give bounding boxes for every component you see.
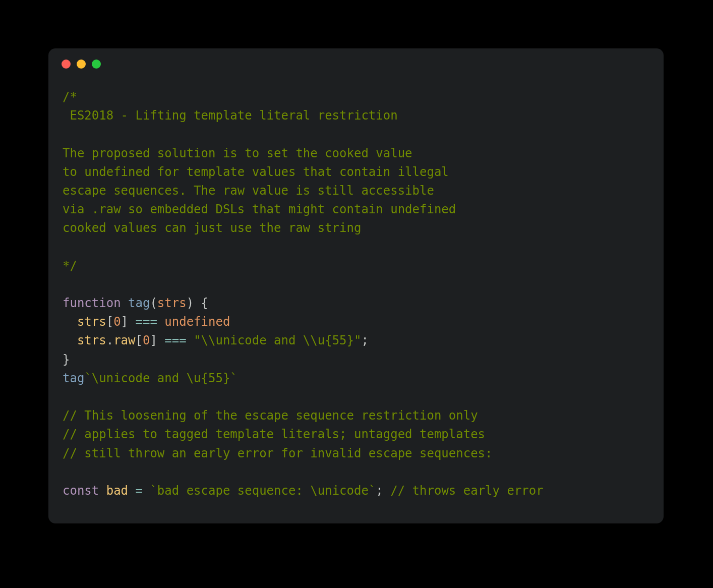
brace-close: } xyxy=(63,352,70,367)
bracket-close-1: ] xyxy=(121,315,128,329)
ident-strs-2: strs xyxy=(77,333,106,347)
keyword-const: const xyxy=(63,484,99,498)
op-strict-eq-2: === xyxy=(157,333,194,347)
bracket-open-1: [ xyxy=(106,315,113,329)
template-literal-bad: `bad escape sequence: \unicode` xyxy=(150,484,376,498)
paren-close: ) xyxy=(187,296,194,310)
code-window: /* ES2018 - Lifting template literal res… xyxy=(48,48,664,523)
number-0-a: 0 xyxy=(113,315,121,329)
traffic-light-minimize-icon[interactable] xyxy=(77,60,86,69)
function-name-tag: tag xyxy=(128,296,150,310)
param-strs: strs xyxy=(157,296,187,310)
bracket-open-2: [ xyxy=(136,333,143,347)
string-raw-unicode: "\\unicode and \\u{55}" xyxy=(194,333,361,347)
op-assign: = xyxy=(128,484,150,498)
semicolon-1: ; xyxy=(361,333,368,347)
traffic-light-zoom-icon[interactable] xyxy=(92,60,101,69)
trailing-comment: // throws early error xyxy=(383,484,544,498)
block-comment: /* ES2018 - Lifting template literal res… xyxy=(63,90,456,273)
ident-bad: bad xyxy=(106,484,128,498)
indent xyxy=(63,333,77,347)
ident-strs-1: strs xyxy=(77,315,106,329)
template-literal-call: `\unicode and \u{55}` xyxy=(84,371,237,385)
undefined-literal: undefined xyxy=(164,315,230,329)
paren-open: ( xyxy=(150,296,157,310)
window-titlebar xyxy=(48,48,664,73)
dot: . xyxy=(106,333,113,347)
traffic-light-close-icon[interactable] xyxy=(62,60,71,69)
semicolon-2: ; xyxy=(376,484,383,498)
bracket-close-2: ] xyxy=(150,333,157,347)
call-tag: tag xyxy=(63,371,84,385)
line-comment-2: // applies to tagged template literals; … xyxy=(63,427,485,441)
brace-open: { xyxy=(194,296,208,310)
keyword-function: function xyxy=(63,296,121,310)
op-strict-eq-1: === xyxy=(128,315,164,329)
line-comment-3: // still throw an early error for invali… xyxy=(63,446,493,460)
number-0-b: 0 xyxy=(143,333,150,347)
line-comment-1: // This loosening of the escape sequence… xyxy=(63,408,478,423)
prop-raw: raw xyxy=(113,333,135,347)
code-block: /* ES2018 - Lifting template literal res… xyxy=(48,73,664,505)
indent xyxy=(63,315,77,329)
